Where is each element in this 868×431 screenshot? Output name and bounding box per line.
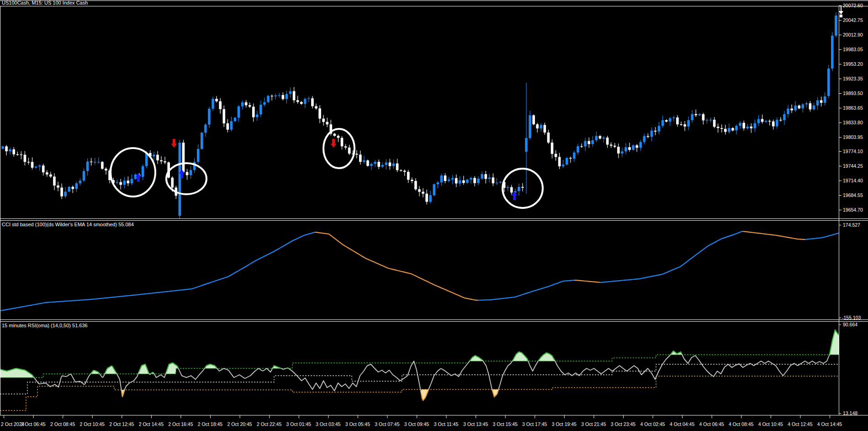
time-tick — [830, 415, 830, 418]
time-tick — [151, 415, 152, 418]
candle-body — [164, 161, 166, 162]
time-tick — [535, 415, 535, 418]
candle-body — [728, 128, 730, 132]
candle-body — [521, 187, 524, 188]
candle-body — [83, 171, 85, 181]
candle-body — [720, 128, 723, 129]
candle-body — [123, 181, 126, 185]
candle-body — [827, 69, 830, 96]
candle-body — [204, 125, 207, 133]
candle-body — [772, 122, 775, 127]
candle-body — [717, 127, 720, 128]
candle-body — [377, 162, 380, 167]
trading-chart[interactable]: 20072.6020042.7520012.9019983.0519953.20… — [0, 0, 868, 431]
candle-body — [625, 147, 627, 151]
candle-wick — [404, 170, 405, 176]
candle-body — [156, 155, 159, 160]
candle-body — [153, 155, 155, 157]
time-tick — [800, 415, 800, 418]
candle-body — [142, 166, 144, 177]
candle-body — [249, 105, 251, 106]
price-tick — [839, 93, 842, 94]
panel-separator — [0, 0, 868, 1]
candle-body — [540, 125, 542, 128]
rsi-scale-min: 13.148 — [843, 410, 857, 416]
candle-wick — [161, 156, 161, 164]
candle-body — [544, 125, 546, 133]
candle-body — [322, 119, 325, 122]
candle-body — [274, 96, 277, 96]
candle-body — [709, 120, 712, 120]
time-axis-label: 4 Oct 04:45 — [670, 421, 694, 427]
candle-body — [75, 183, 78, 189]
candle-body — [97, 162, 100, 162]
candle-body — [481, 174, 483, 179]
cci-panel[interactable] — [0, 221, 839, 319]
panel-separator — [0, 220, 868, 221]
candle-body — [282, 95, 285, 99]
candle-body — [577, 146, 579, 153]
candle-wick — [28, 158, 29, 165]
candle-wick — [338, 134, 339, 142]
left-border — [0, 6, 0, 415]
candle-wick — [629, 143, 630, 152]
candle-body — [466, 180, 469, 183]
candle-body — [477, 179, 480, 183]
candle-body — [587, 141, 590, 144]
candle-body — [699, 114, 701, 115]
price-tick — [839, 181, 842, 181]
candle-body — [381, 165, 384, 167]
price-tick — [839, 108, 842, 108]
price-tick — [839, 64, 842, 64]
candle-body — [672, 117, 675, 118]
candle-body — [731, 128, 734, 130]
candle-body — [580, 146, 583, 147]
candle-body — [742, 123, 745, 128]
candle-body — [662, 120, 664, 126]
candle-wick — [275, 94, 276, 100]
candle-body — [212, 99, 214, 109]
rsi-panel[interactable] — [0, 322, 839, 415]
time-axis-label: 2 Oct 12:45 — [109, 421, 134, 427]
candle-body — [809, 103, 812, 109]
price-axis-label: 19923.35 — [843, 76, 863, 81]
price-tick — [839, 122, 842, 123]
time-tick — [564, 415, 565, 418]
candle-wick — [463, 176, 464, 185]
candle-wick — [718, 123, 718, 133]
candle-body — [757, 119, 760, 123]
candle-body — [215, 99, 218, 101]
time-axis-label: 2 Oct 22:45 — [257, 421, 281, 427]
candle-wick — [769, 120, 770, 126]
candle-body — [263, 102, 266, 105]
candle-body — [569, 158, 572, 159]
price-tick — [839, 210, 842, 210]
time-axis-label: 3 Oct 09:45 — [404, 421, 429, 427]
time-tick — [63, 415, 63, 418]
candle-body — [127, 181, 130, 183]
time-tick — [771, 415, 771, 418]
candle-body — [603, 138, 605, 138]
candle-body — [9, 149, 11, 151]
candle-body — [669, 118, 672, 122]
candle-body — [259, 105, 262, 114]
candle-body — [440, 176, 443, 182]
time-tick — [476, 415, 476, 418]
candle-wick — [297, 96, 298, 104]
candle-wick — [272, 95, 272, 101]
panel-separator — [0, 6, 868, 6]
price-tick — [839, 79, 842, 79]
candle-body — [776, 120, 778, 126]
time-tick — [446, 415, 447, 418]
candle-body — [813, 106, 815, 110]
time-tick — [358, 415, 358, 418]
candle-body — [86, 161, 89, 171]
price-tick — [839, 49, 842, 50]
candle-body — [171, 178, 174, 188]
time-axis-label: 2 Oct 16:45 — [168, 421, 193, 427]
candle-body — [768, 121, 771, 122]
candle-body — [359, 154, 362, 162]
price-axis-label: 19953.20 — [843, 61, 863, 67]
time-axis-label: 2 Oct 08:45 — [50, 421, 75, 427]
candle-body — [38, 165, 41, 166]
